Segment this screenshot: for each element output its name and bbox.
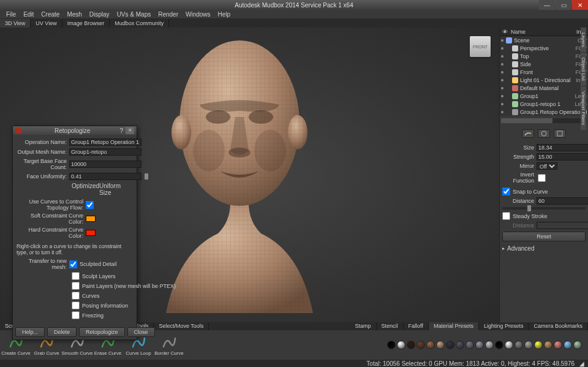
tab-image-browser[interactable]: Image Browser	[62, 19, 110, 28]
menu-help[interactable]: Help	[214, 11, 235, 18]
shelf-tool-label: Smooth Curve	[61, 350, 92, 356]
preset-tab-stamp[interactable]: Stamp	[350, 322, 377, 330]
transfer-check-1[interactable]	[72, 272, 80, 280]
tool-mode-square-icon[interactable]	[554, 129, 566, 138]
transfer-check-2[interactable]	[72, 282, 80, 290]
preset-tab-materials[interactable]: Material Presets	[429, 322, 479, 330]
transfer-check-3[interactable]	[72, 292, 80, 300]
scene-row[interactable]: SceneGer	[500, 36, 588, 44]
material-swatch[interactable]	[554, 341, 562, 349]
menu-render[interactable]: Render	[154, 11, 182, 18]
material-swatch[interactable]	[544, 341, 552, 349]
scene-row[interactable]: FrontFOV	[500, 68, 588, 76]
dialog-help-icon[interactable]: ?	[119, 127, 123, 134]
scene-item-label: Side	[520, 61, 575, 67]
material-swatch[interactable]	[573, 341, 582, 349]
material-swatch[interactable]	[456, 341, 464, 349]
steady-checkbox[interactable]	[502, 212, 510, 220]
outmesh-input[interactable]	[69, 148, 141, 156]
delete-button[interactable]: Delete	[47, 327, 77, 337]
material-swatch[interactable]	[446, 341, 454, 349]
side-tab-object-list[interactable]: Object List	[581, 53, 586, 86]
material-swatch[interactable]	[387, 341, 396, 349]
transfer-check-5[interactable]	[72, 311, 80, 319]
scene-row[interactable]: Default Material	[500, 84, 588, 92]
retopologize-button[interactable]: Retopologize	[79, 327, 125, 337]
tool-mode-circle-icon[interactable]	[538, 129, 550, 138]
material-swatch[interactable]	[397, 341, 405, 349]
op-icon	[512, 109, 518, 115]
material-swatch[interactable]	[564, 341, 572, 349]
material-swatch[interactable]	[436, 341, 445, 349]
scene-scrollbar[interactable]	[501, 118, 587, 123]
preset-tab-stencil[interactable]: Stencil	[377, 322, 404, 330]
svg-point-11	[541, 131, 546, 136]
tool-mode-brush-icon[interactable]	[522, 129, 534, 138]
hardcolor-swatch[interactable]	[86, 230, 96, 236]
scene-row[interactable]: Light 01 - DirectionalInter	[500, 76, 588, 84]
dialog-close-icon[interactable]: ✕	[126, 127, 134, 134]
invert-checkbox[interactable]	[538, 174, 546, 182]
mirror-select[interactable]: Off	[537, 162, 557, 170]
side-tab-layers[interactable]: Layers	[581, 28, 586, 52]
tab-3d-view[interactable]: 3D View	[0, 19, 31, 28]
material-swatch[interactable]	[505, 341, 513, 349]
name-column[interactable]: Name	[508, 28, 574, 36]
scene-row[interactable]: Group1 Retopo Operation 1	[500, 108, 588, 116]
opname-input[interactable]	[69, 138, 141, 146]
minimize-button[interactable]: —	[539, 0, 555, 10]
distance-slider[interactable]	[502, 207, 586, 210]
scene-row[interactable]: SideFOV	[500, 60, 588, 68]
snap-checkbox[interactable]	[502, 187, 510, 195]
material-swatch[interactable]	[485, 341, 494, 349]
facecount-input[interactable]	[69, 161, 141, 168]
menu-uvs[interactable]: UVs & Maps	[113, 11, 155, 18]
scene-row[interactable]: PerspectiveFOV	[500, 44, 588, 52]
preset-tab-falloff[interactable]: Falloff	[404, 322, 429, 330]
menu-display[interactable]: Display	[86, 11, 113, 18]
strength-input[interactable]	[537, 153, 588, 161]
tab-community[interactable]: Mudbox Community	[110, 19, 169, 28]
scene-row[interactable]: TopFOV	[500, 52, 588, 60]
hardcolor-label: Hard Constraint Curve Color:	[15, 227, 86, 239]
scene-row[interactable]: Group1-retopo 1Leve	[500, 100, 588, 108]
menu-mesh[interactable]: Mesh	[63, 11, 85, 18]
softcolor-swatch[interactable]	[86, 216, 96, 222]
material-swatch[interactable]	[514, 341, 523, 349]
material-swatch[interactable]	[407, 341, 415, 349]
material-swatch[interactable]	[466, 341, 474, 349]
close-dialog-button[interactable]: Close	[127, 327, 155, 337]
material-swatch[interactable]	[426, 341, 435, 349]
preset-tab-camera[interactable]: Camera Bookmarks	[529, 322, 588, 330]
transfer-check-4[interactable]	[72, 301, 80, 309]
help-button[interactable]: Help...	[15, 327, 45, 337]
size-input[interactable]	[537, 144, 588, 151]
distance-input[interactable]	[537, 197, 588, 205]
side-tab-viewport-filters[interactable]: Viewport Filters	[581, 86, 586, 130]
tab-uv-view[interactable]: UV View	[31, 19, 62, 28]
usecurves-checkbox[interactable]	[86, 201, 94, 209]
resize-grip-icon[interactable]: ◢	[579, 360, 584, 367]
material-swatch[interactable]	[417, 341, 425, 349]
uniformity-input[interactable]	[69, 173, 141, 180]
material-swatch[interactable]	[524, 341, 533, 349]
dialog-title-bar[interactable]: Retopologize ? ✕	[13, 126, 137, 135]
shelf-tab-select[interactable]: Select/Move Tools	[154, 322, 209, 330]
transfer-check-0[interactable]	[69, 260, 77, 268]
scene-row[interactable]: Group1Leve	[500, 92, 588, 100]
close-button[interactable]: ✕	[572, 0, 588, 10]
shelf-tool-border-curve[interactable]: Border Curve	[157, 335, 181, 356]
menu-windows[interactable]: Windows	[182, 11, 214, 18]
material-swatch[interactable]	[475, 341, 484, 349]
nav-cube[interactable]: FRONT	[470, 36, 491, 57]
advanced-section[interactable]: ▸Advanced	[502, 245, 586, 252]
menu-create[interactable]: Create	[37, 11, 63, 18]
menu-edit[interactable]: Edit	[20, 11, 37, 18]
material-swatch[interactable]	[495, 341, 503, 349]
material-swatch[interactable]	[534, 341, 543, 349]
menu-file[interactable]: File	[2, 11, 20, 18]
scene-list[interactable]: SceneGerPerspectiveFOVTopFOVSideFOVFront…	[500, 36, 588, 116]
maximize-button[interactable]: ▭	[556, 0, 571, 10]
preset-tab-lighting[interactable]: Lighting Presets	[479, 322, 529, 330]
reset-button[interactable]: Reset	[502, 232, 586, 241]
